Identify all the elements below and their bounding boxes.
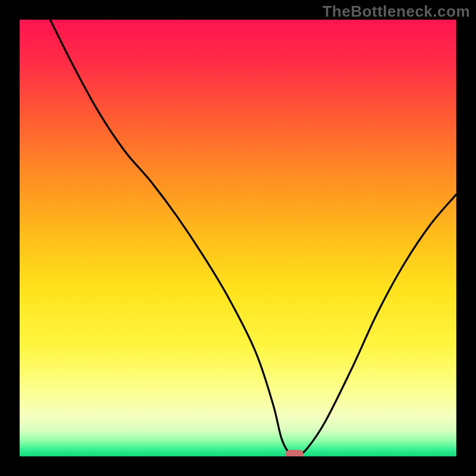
bottleneck-curve <box>20 20 456 456</box>
chart-frame: TheBottleneck.com <box>0 0 476 476</box>
optimal-marker <box>286 450 303 456</box>
plot-area <box>20 20 456 456</box>
watermark-text: TheBottleneck.com <box>322 2 470 21</box>
